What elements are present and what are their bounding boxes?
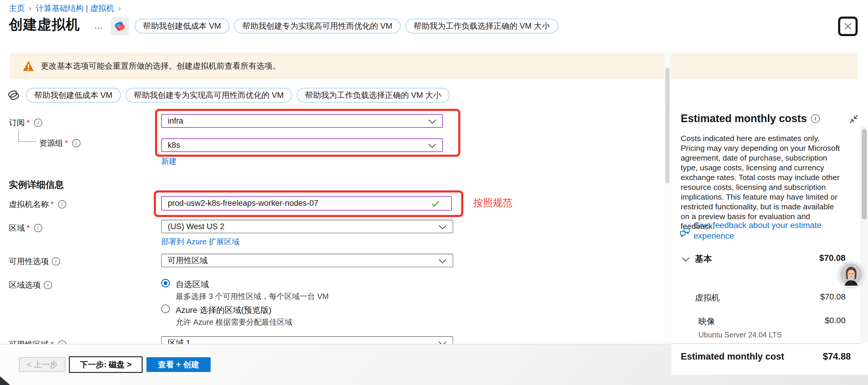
main-scrollbar-thumb[interactable] — [665, 67, 670, 183]
zone-options-label: 区域选项 i — [9, 280, 52, 290]
estimate-feedback: Give feedback about your estimate experi… — [672, 210, 849, 236]
resource-group-dropdown[interactable]: k8s — [161, 138, 443, 152]
cost-item-image-amount: $0.00 — [825, 316, 845, 325]
annotation-note: 按照规范 — [473, 196, 513, 210]
resource-group-value: k8s — [168, 141, 180, 150]
info-icon[interactable]: i — [34, 224, 42, 232]
total-cost-amount: $74.88 — [823, 351, 851, 362]
radio-self-description: 最多选择 3 个可用性区域，每个区域一台 VM — [176, 291, 329, 301]
collapse-panel-icon[interactable] — [848, 114, 860, 125]
cost-item-image-sub: Ubuntu Server 24.04 LTS — [699, 330, 782, 339]
info-icon[interactable]: i — [72, 139, 81, 147]
chevron-down-icon — [428, 143, 436, 149]
chevron-right-icon: › — [118, 4, 121, 13]
next-step-disks-button[interactable]: 下一步: 磁盘 > — [69, 356, 143, 373]
more-options-button[interactable]: … — [94, 21, 104, 31]
breadcrumb-home-link[interactable]: 主页 — [9, 3, 25, 13]
availability-options-value: 可用性区域 — [168, 255, 208, 266]
field-connector — [18, 141, 37, 142]
estimate-feedback-link[interactable]: Give feedback about your estimate experi… — [693, 220, 833, 241]
vm-name-input[interactable]: prod-usw2-k8s-freeleaps-worker-nodes-07 — [161, 196, 452, 211]
avatar-image — [840, 263, 862, 286]
field-connector — [18, 130, 19, 142]
vm-name-value: prod-usw2-k8s-freeleaps-worker-nodes-07 — [168, 199, 318, 208]
info-icon[interactable]: i — [34, 119, 42, 127]
copilot-suggestion-chips-top: 帮助我创建低成本 VM 帮助我创建专为实现高可用性而优化的 VM 帮助我为工作负… — [134, 19, 558, 33]
chip-high-availability-vm[interactable]: 帮助我创建专为实现高可用性而优化的 VM — [234, 19, 401, 33]
close-button[interactable] — [838, 17, 858, 36]
region-label: 区域* i — [9, 223, 42, 233]
copilot-suggestion-chips-inline: 帮助我创建低成本 VM 帮助我创建专为实现高可用性而优化的 VM 帮助我为工作负… — [6, 88, 450, 103]
info-icon[interactable]: i — [52, 257, 60, 265]
radio-azure-description: 允许 Azure 根据需要分配最佳区域 — [176, 317, 292, 327]
breadcrumb: 主页 › 计算基础结构 | 虚拟机 › — [9, 3, 121, 13]
radio-azure-label[interactable]: Azure 选择的区域(预览版) — [176, 304, 272, 316]
panel-scrollbar-thumb[interactable] — [862, 129, 867, 219]
cost-item-image-label: 映像 — [699, 316, 715, 327]
create-vm-page: 主页 › 计算基础结构 | 虚拟机 › 创建虚拟机 … 帮助我创建低成本 VM … — [0, 0, 868, 385]
valid-check-icon — [432, 201, 439, 207]
subscription-dropdown[interactable]: infra — [161, 114, 443, 128]
info-icon[interactable]: i — [811, 114, 820, 123]
availability-options-label: 可用性选项 i — [9, 256, 60, 267]
cost-item-vm-amount: $70.08 — [820, 292, 845, 301]
region-value: (US) West US 2 — [168, 222, 224, 231]
chevron-down-icon — [428, 119, 436, 124]
chip-low-cost-vm[interactable]: 帮助我创建低成本 VM — [134, 19, 229, 33]
copilot-button[interactable] — [111, 17, 129, 35]
chevron-right-icon: › — [29, 4, 32, 13]
chip-low-cost-vm[interactable]: 帮助我创建低成本 VM — [26, 88, 121, 103]
zone-option-azure: Azure 选择的区域(预览版) — [161, 304, 272, 316]
zone-option-self: 自选区域 — [161, 279, 209, 290]
region-dropdown[interactable]: (US) West US 2 — [161, 220, 453, 233]
cost-item-vm-label: 虚拟机 — [695, 292, 720, 303]
instance-details-heading: 实例详细信息 — [9, 179, 64, 191]
cost-group-basic-amount: $70.08 — [819, 253, 845, 263]
warning-icon — [23, 60, 34, 71]
resource-group-label: 资源组* i — [39, 138, 81, 149]
info-icon[interactable]: i — [44, 281, 52, 289]
panel-divider — [672, 343, 860, 344]
copilot-icon — [113, 20, 127, 33]
copilot-outline-icon — [6, 88, 21, 103]
chip-high-availability-vm[interactable]: 帮助我创建专为实现高可用性而优化的 VM — [125, 88, 292, 103]
chip-right-vm-size[interactable]: 帮助我为工作负载选择正确的 VM 大小 — [405, 19, 558, 33]
subscription-label: 订阅* i — [9, 118, 42, 128]
vm-name-label: 虚拟机名称* i — [9, 199, 66, 210]
chevron-down-icon[interactable] — [681, 257, 690, 262]
create-new-link[interactable]: 新建 — [161, 156, 177, 166]
close-icon — [842, 21, 854, 32]
radio-azure-unselected[interactable] — [161, 304, 170, 313]
radio-self-selected[interactable] — [161, 279, 170, 287]
estimated-costs-panel: Estimated monthly costs i Costs indicate… — [671, 105, 868, 375]
deploy-extended-zones-link[interactable]: 部署到 Azure 扩展区域 — [161, 236, 239, 247]
availability-options-dropdown[interactable]: 可用性区域 — [161, 254, 453, 267]
radio-self-label[interactable]: 自选区域 — [176, 279, 209, 290]
feedback-bubbles-icon — [680, 228, 691, 238]
subscription-value: infra — [168, 117, 183, 126]
breadcrumb-section-link[interactable]: 计算基础结构 | 虚拟机 — [36, 3, 114, 13]
info-icon[interactable]: i — [58, 200, 66, 208]
warning-text: 更改基本选项可能会重置所做的选择。创建虚拟机前查看所有选项。 — [41, 61, 280, 71]
chevron-down-icon — [438, 225, 447, 230]
previous-step-button[interactable]: < 上一步 — [19, 357, 65, 372]
total-cost-label: Estimated monthly cost — [681, 351, 784, 362]
costs-panel-title: Estimated monthly costs i — [681, 113, 820, 125]
chip-right-vm-size[interactable]: 帮助我为工作负载选择正确的 VM 大小 — [297, 88, 450, 103]
chevron-down-icon — [438, 259, 447, 264]
cost-group-basic[interactable]: 基本 — [695, 253, 712, 265]
page-title: 创建虚拟机 — [9, 15, 80, 34]
warning-banner: 更改基本选项可能会重置所做的选择。创建虚拟机前查看所有选项。 — [10, 53, 858, 79]
assistant-avatar[interactable] — [838, 261, 864, 287]
review-create-button[interactable]: 查看 + 创建 — [147, 357, 211, 372]
